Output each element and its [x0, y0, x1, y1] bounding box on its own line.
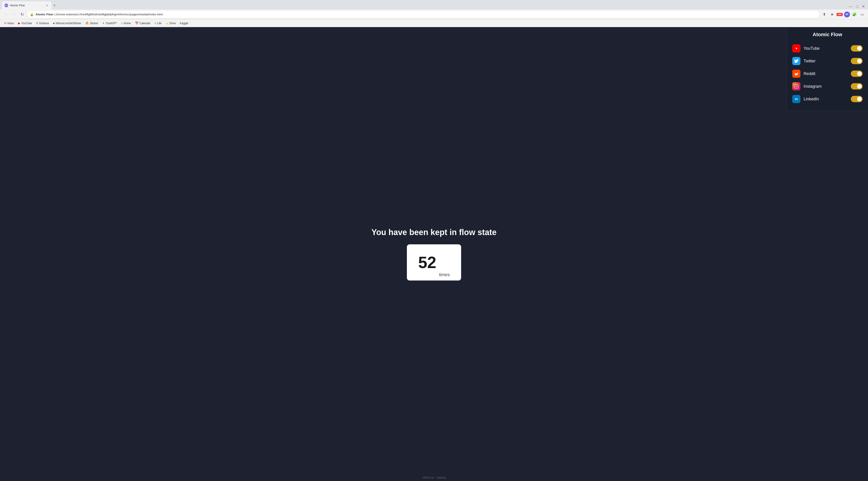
service-row-reddit: Reddit	[792, 67, 863, 80]
service-row-twitter: Twitter	[792, 55, 863, 67]
url-title: Atomic Flow	[35, 13, 53, 16]
sidebar-button[interactable]: ▭	[859, 11, 865, 18]
extensions-button[interactable]: 🧩	[851, 11, 858, 18]
tab-favicon: AF	[4, 4, 8, 7]
minimize-icon[interactable]: —	[847, 4, 854, 9]
close-window-icon[interactable]: ✕	[861, 4, 866, 9]
bookmark-home-label: Home	[124, 22, 131, 25]
reddit-service-name: Reddit	[804, 71, 848, 76]
reddit-toggle[interactable]	[851, 70, 863, 77]
twitter-service-name: Twitter	[804, 59, 848, 64]
instagram-service-name: Instagram	[804, 84, 848, 89]
nav-bar: ← → ↻ 🔒 Atomic Flow | chrome-extension:/…	[0, 9, 868, 20]
bookmark-youtube[interactable]: ▶ YouTube	[16, 21, 34, 26]
url-display: Atomic Flow | chrome-extension://innkffg…	[35, 13, 817, 16]
url-separator: |	[53, 13, 55, 16]
center-content: You have been kept in flow state 52 time…	[371, 228, 496, 281]
bookmark-home[interactable]: ⌂ Home	[119, 21, 133, 26]
bookmark-drive[interactable]: ▲ Drive	[164, 21, 178, 26]
drive-icon: ▲	[166, 22, 168, 25]
share-button[interactable]: ⬆	[821, 11, 828, 18]
bookmark-kaggle-label: Kaggle	[180, 22, 188, 25]
dropdown-title: Atomic Flow	[792, 32, 863, 37]
svg-point-5	[797, 85, 798, 86]
bookmark-drive-label: Drive	[169, 22, 176, 25]
tab-title: Atomic Flow	[10, 4, 43, 7]
window-controls: — □ ✕	[847, 4, 866, 9]
atomic-flow-dropdown: Atomic Flow YouTube	[786, 27, 868, 111]
count-label: times	[439, 272, 450, 281]
youtube-toggle[interactable]	[851, 45, 863, 52]
bookmarks-bar: ✉ Inbox ▶ YouTube S Schema ● WilsonLimSe…	[0, 20, 868, 27]
service-row-instagram: Instagram	[792, 80, 863, 93]
bookmark-chatgpt[interactable]: ✦ ChatGPT	[100, 21, 119, 26]
maximize-icon[interactable]: □	[855, 4, 860, 9]
calendar-icon: 📅	[135, 22, 138, 25]
service-row-youtube: YouTube	[792, 42, 863, 55]
back-button[interactable]: ←	[3, 11, 9, 18]
bookmark-calendar-label: Calendar	[140, 22, 151, 25]
bookmark-inbox[interactable]: ✉ Inbox	[2, 21, 16, 26]
instagram-toggle[interactable]	[851, 83, 863, 90]
inbox-icon: ✉	[4, 22, 6, 25]
url-path: chrome-extension://innkffgfdhoihnbdfigkj…	[55, 13, 163, 16]
bookmark-kaggle[interactable]: Kaggle	[178, 21, 190, 26]
reddit-service-icon	[792, 70, 800, 78]
active-tab[interactable]: AF Atomic Flow ×	[2, 1, 52, 9]
svg-rect-3	[794, 84, 798, 88]
github-icon: ●	[53, 22, 55, 25]
linkedin-service-icon: in	[792, 95, 800, 103]
svg-point-4	[796, 86, 797, 87]
bookmark-sticker[interactable]: 🔥 Sticker	[84, 21, 100, 26]
bookmark-life-label: Life	[157, 22, 161, 25]
twitter-toggle[interactable]	[851, 58, 863, 64]
nav-right-controls: ⬆ ★ ABP AF 🧩 ▭	[821, 11, 865, 18]
flow-state-heading: You have been kept in flow state	[371, 228, 496, 237]
youtube-icon: ▶	[18, 22, 20, 25]
bookmark-schema-label: Schema	[39, 22, 49, 25]
bookmark-chatgpt-label: ChatGPT	[105, 22, 117, 25]
youtube-service-name: YouTube	[804, 46, 848, 51]
browser-frame: AF Atomic Flow × + — □ ✕ ← → ↻ 🔒 Atomic …	[0, 0, 868, 481]
service-row-linkedin: in LinkedIn	[792, 93, 863, 105]
new-tab-button[interactable]: +	[52, 1, 58, 9]
forward-button[interactable]: →	[11, 11, 17, 18]
bookmark-schema[interactable]: S Schema	[34, 21, 51, 26]
count-card: 52 times	[407, 244, 461, 281]
bookmark-github[interactable]: ● WilsonLimSet/Sticker	[51, 21, 83, 26]
bookmark-button[interactable]: ★	[829, 11, 835, 18]
atomic-flow-badge[interactable]: AF	[844, 11, 850, 18]
main-content: You have been kept in flow state 52 time…	[0, 27, 868, 481]
linkedin-toggle[interactable]	[851, 96, 863, 102]
bookmark-life[interactable]: + Life	[153, 21, 163, 26]
sticker-icon: 🔥	[85, 22, 89, 25]
twitter-service-icon	[792, 57, 800, 65]
home-icon: ⌂	[121, 22, 123, 25]
bottom-hint: notion.so - startup	[422, 476, 446, 479]
bookmark-calendar[interactable]: 📅 Calendar	[133, 21, 152, 26]
schema-icon: S	[36, 22, 38, 25]
reload-button[interactable]: ↻	[19, 11, 25, 18]
linkedin-service-name: LinkedIn	[804, 97, 848, 101]
adblock-badge[interactable]: ABP	[837, 13, 843, 16]
bookmark-sticker-label: Sticker	[90, 22, 98, 25]
instagram-service-icon	[792, 82, 800, 90]
address-bar[interactable]: 🔒 Atomic Flow | chrome-extension://innkf…	[27, 11, 819, 18]
life-icon: +	[155, 22, 156, 25]
tab-close-button[interactable]: ×	[45, 3, 49, 8]
flow-count: 52	[418, 254, 436, 270]
bookmark-inbox-label: Inbox	[7, 22, 14, 25]
youtube-service-icon	[792, 44, 800, 53]
security-icon: 🔒	[30, 13, 34, 16]
title-bar: AF Atomic Flow × + — □ ✕	[0, 0, 868, 9]
bookmark-youtube-label: YouTube	[21, 22, 32, 25]
chatgpt-icon: ✦	[102, 22, 105, 25]
bookmark-github-label: WilsonLimSet/Sticker	[56, 22, 81, 25]
